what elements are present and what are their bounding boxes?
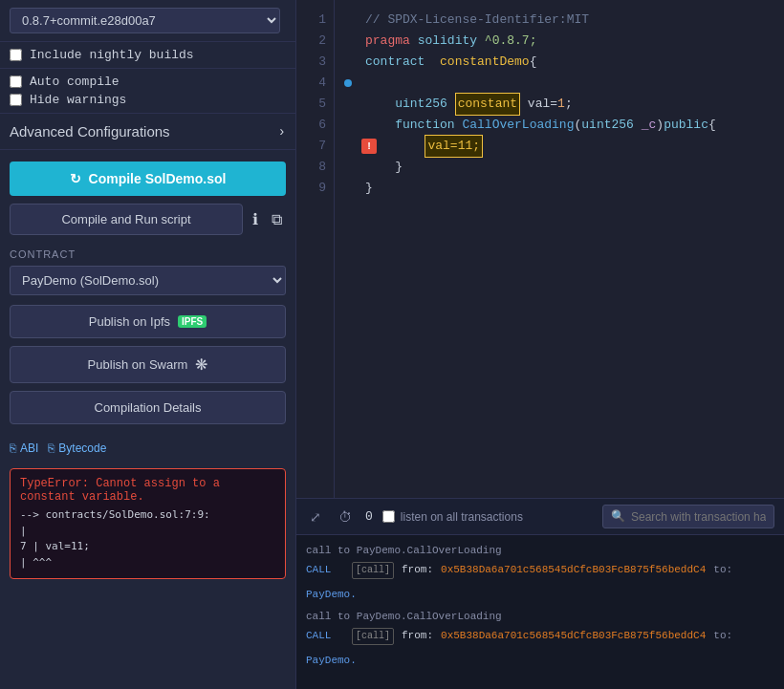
call-label-2: CALL: [306, 628, 344, 645]
blue-dot-indicator: [344, 79, 352, 87]
info-icon: ℹ: [252, 211, 258, 227]
code-line-1: // SPDX-License-Identifier:MIT: [365, 10, 773, 31]
version-select[interactable]: 0.8.7+commit.e28d00a7: [10, 8, 280, 33]
version-selector-row: 0.8.7+commit.e28d00a7: [0, 0, 295, 42]
call-label-1: CALL: [306, 562, 344, 579]
error-box: TypeError: Cannot assign to a constant v…: [10, 468, 286, 579]
publish-swarm-label: Publish on Swarm: [88, 357, 188, 372]
line-numbers: 1 2 3 4 5 6 7 8 9: [296, 0, 335, 498]
bytecode-button[interactable]: ⎘ Bytecode: [48, 441, 106, 455]
search-box: 🔍: [602, 505, 774, 528]
auto-compile-row: Auto compile: [10, 75, 286, 89]
code-line-7: val=11;: [365, 136, 773, 157]
code-editor: 1 2 3 4 5 6 7 8 9 !: [296, 0, 784, 498]
expand-icon: ⤢: [310, 509, 321, 525]
publish-ipfs-button[interactable]: Publish on Ipfs IPFS: [10, 305, 286, 338]
copy-icon: ⧉: [272, 211, 282, 227]
abi-bytecode-row: ⎘ ABI ⎘ Bytecode: [0, 436, 295, 461]
compilation-details-label: Compilation Details: [95, 400, 202, 415]
call-from-label-2: from:: [402, 628, 433, 645]
nightly-label: Include nightly builds: [30, 48, 194, 62]
refresh-icon: ↻: [70, 171, 81, 186]
call-to-label-2: to:: [713, 628, 732, 645]
swarm-icon: ❋: [195, 355, 207, 374]
bytecode-label: Bytecode: [58, 441, 106, 455]
left-panel: 0.8.7+commit.e28d00a7 Include nightly bu…: [0, 0, 296, 689]
listen-checkbox[interactable]: [382, 510, 395, 523]
terminal-entry-1-detail: CALL [call] from: 0x5B38Da6a701c568545dC…: [306, 562, 774, 604]
abi-label: ABI: [20, 441, 38, 455]
abi-button[interactable]: ⎘ ABI: [10, 441, 38, 455]
error-text: TypeError: Cannot assign to a constant v…: [20, 477, 275, 504]
code-line-6: function CallOverLoading(uint256 _c)publ…: [365, 115, 773, 136]
search-icon: 🔍: [611, 509, 625, 524]
compile-button-label: Compile SolDemo.sol: [89, 171, 227, 186]
code-content: // SPDX-License-Identifier:MIT pragma so…: [354, 0, 784, 498]
terminal-entry-2-call: call to PayDemo.CallOverLoading: [306, 609, 774, 626]
copy3-icon: ⎘: [48, 441, 54, 455]
advanced-configurations[interactable]: Advanced Configurations ›: [0, 114, 295, 150]
nightly-row: Include nightly builds: [0, 42, 295, 69]
compilation-details-button[interactable]: Compilation Details: [10, 391, 286, 424]
call-type-1: [call]: [352, 562, 394, 579]
terminal-entry-2-detail: CALL [call] from: 0x5B38Da6a701c568545dC…: [306, 628, 774, 670]
auto-compile-checkbox[interactable]: [10, 75, 22, 88]
call-to-addr-1: PayDemo.: [306, 587, 357, 604]
call-type-2: [call]: [352, 628, 394, 645]
hide-warnings-checkbox[interactable]: [10, 94, 22, 106]
compile-run-button[interactable]: Compile and Run script: [10, 204, 243, 235]
compile-run-row: Compile and Run script ℹ ⧉: [10, 204, 286, 235]
publish-ipfs-label: Publish on Ipfs: [89, 314, 170, 329]
clock-icon-button[interactable]: ⏱: [335, 507, 356, 527]
contract-select[interactable]: PayDemo (SolDemo.sol): [10, 266, 286, 295]
code-line-3: contract constantDemo{: [365, 52, 773, 73]
publish-swarm-button[interactable]: Publish on Swarm ❋: [10, 346, 286, 383]
terminal-toolbar: ⤢ ⏱ 0 listen on all transactions 🔍: [296, 499, 784, 535]
clock-icon: ⏱: [338, 509, 352, 525]
listen-row: listen on all transactions: [382, 510, 523, 524]
contract-section-label: CONTRACT: [10, 248, 286, 260]
search-input[interactable]: [631, 510, 766, 524]
copy2-icon: ⎘: [10, 441, 16, 455]
options-row: Auto compile Hide warnings: [0, 69, 295, 114]
ipfs-badge: IPFS: [178, 315, 207, 328]
hide-warnings-label: Hide warnings: [30, 93, 126, 107]
bottom-terminal: ⤢ ⏱ 0 listen on all transactions 🔍 call …: [296, 498, 784, 689]
compile-run-label: Compile and Run script: [61, 212, 190, 226]
hide-warnings-row: Hide warnings: [10, 93, 286, 107]
transaction-count: 0: [365, 509, 373, 524]
right-panel: 1 2 3 4 5 6 7 8 9 !: [296, 0, 784, 689]
gutter: !: [335, 0, 354, 498]
terminal-entry-1-call: call to PayDemo.CallOverLoading: [306, 543, 774, 560]
copy-icon-button[interactable]: ⧉: [268, 207, 286, 232]
error-detail: --> contracts/SolDemo.sol:7:9: | 7 | val…: [20, 507, 275, 571]
nightly-checkbox[interactable]: [10, 49, 22, 61]
code-line-4: [365, 73, 773, 94]
call-to-addr-2: PayDemo.: [306, 653, 357, 670]
advanced-label: Advanced Configurations: [10, 123, 170, 140]
code-line-8: }: [365, 157, 773, 178]
terminal-content: call to PayDemo.CallOverLoading CALL [ca…: [296, 535, 784, 689]
code-line-5: uint256 constant val=1;: [365, 94, 773, 115]
call-from-addr-1: 0x5B38Da6a701c568545dCfcB03FcB875f56bedd…: [441, 562, 706, 579]
auto-compile-label: Auto compile: [30, 75, 120, 89]
listen-label: listen on all transactions: [401, 510, 523, 524]
code-line-2: pragma solidity ^0.8.7;: [365, 31, 773, 52]
call-from-label-1: from:: [402, 562, 433, 579]
call-to-label-1: to:: [713, 562, 732, 579]
compile-button[interactable]: ↻ Compile SolDemo.sol: [10, 161, 286, 196]
chevron-right-icon: ›: [278, 124, 286, 140]
expand-terminal-button[interactable]: ⤢: [306, 507, 325, 527]
contract-section: CONTRACT PayDemo (SolDemo.sol) Publish o…: [0, 243, 295, 436]
info-icon-button[interactable]: ℹ: [249, 206, 262, 232]
code-line-9: }: [365, 178, 773, 199]
error-detail-pre: --> contracts/SolDemo.sol:7:9: | 7 | val…: [20, 507, 275, 571]
call-from-addr-2: 0x5B38Da6a701c568545dCfcB03FcB875f56bedd…: [441, 628, 706, 645]
